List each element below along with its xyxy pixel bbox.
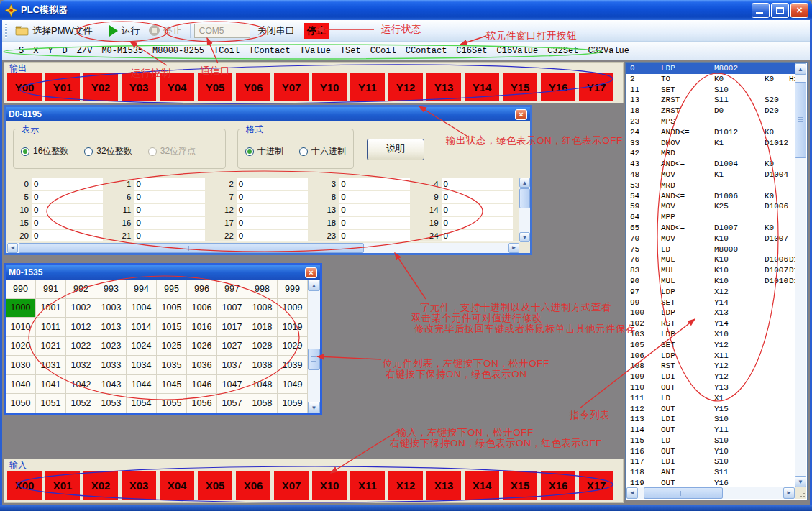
instruction-row[interactable]: 70MOVK10D1007 <box>626 234 795 244</box>
instruction-row[interactable]: 11SETS10 <box>626 85 795 96</box>
instruction-row[interactable]: 2TOK0K0H1 <box>626 74 795 85</box>
d-cell-value[interactable]: 0 <box>339 204 410 216</box>
instruction-row[interactable]: 33DMOVK1D1012 <box>626 138 795 149</box>
m-cell-1026[interactable]: 1026 <box>187 337 217 356</box>
m-cell-1047[interactable]: 1047 <box>217 375 247 395</box>
m-cell-1004[interactable]: 1004 <box>127 299 157 318</box>
m-cell-1024[interactable]: 1024 <box>127 337 157 356</box>
m-cell-1013[interactable]: 1013 <box>96 318 127 337</box>
device-button-X[interactable]: X <box>33 46 38 56</box>
d-cell-value[interactable]: 0 <box>237 217 308 229</box>
output-lamp-Y16[interactable]: Y16 <box>541 73 575 101</box>
device-button-CContact[interactable]: CContact <box>406 46 447 56</box>
m-cell-1052[interactable]: 1052 <box>66 394 96 413</box>
m-cell-1054[interactable]: 1054 <box>127 394 157 413</box>
d-cell-value[interactable]: 0 <box>339 230 410 241</box>
m-cell-1049[interactable]: 1049 <box>278 375 308 395</box>
d-cell-14[interactable]: 140 <box>417 203 519 216</box>
scrollbar-thumb[interactable] <box>644 487 723 499</box>
input-lamp-X03[interactable]: X03 <box>122 471 156 500</box>
m-cell-1015[interactable]: 1015 <box>157 318 187 337</box>
device-button-C32Set[interactable]: C32Set <box>547 46 578 56</box>
instruction-hscrollbar[interactable]: ◄ ► <box>626 487 795 499</box>
d-window-close-button[interactable]: × <box>515 109 527 120</box>
output-lamp-Y15[interactable]: Y15 <box>503 73 537 101</box>
m-cell-1022[interactable]: 1022 <box>66 337 96 356</box>
instruction-row[interactable]: 111LDX1 <box>626 393 795 404</box>
m-cell-1034[interactable]: 1034 <box>127 356 157 375</box>
m-cell-1002[interactable]: 1002 <box>66 299 96 318</box>
instruction-row[interactable]: 23MPS <box>626 116 795 127</box>
m-cell-1032[interactable]: 1032 <box>66 356 96 375</box>
d-cell-value[interactable]: 0 <box>339 191 410 203</box>
scrollbar-thumb[interactable] <box>519 188 530 208</box>
scrollbar-thumb[interactable] <box>308 349 320 370</box>
m-cell-1017[interactable]: 1017 <box>217 318 247 337</box>
input-lamp-X11[interactable]: X11 <box>350 471 385 500</box>
scroll-up-icon[interactable]: ▲ <box>795 63 806 75</box>
scroll-down-icon[interactable]: ▼ <box>308 402 320 413</box>
instruction-row[interactable]: 106LDPX11 <box>626 351 795 362</box>
toolbar-grip[interactable] <box>5 24 7 38</box>
instruction-row[interactable]: 103LDPX10 <box>626 329 795 340</box>
d-cell-11[interactable]: 110 <box>109 203 211 216</box>
instruction-row[interactable]: 110OUTY13 <box>626 382 795 393</box>
device-button-M8000-8255[interactable]: M8000-8255 <box>152 46 204 56</box>
close-button[interactable]: × <box>790 3 808 18</box>
m-cell-1051[interactable]: 1051 <box>36 394 66 413</box>
d-cell-1[interactable]: 10 <box>109 178 211 190</box>
d-cell-2[interactable]: 20 <box>212 178 314 190</box>
device-button-D[interactable]: D <box>63 46 68 56</box>
scrollbar-thumb[interactable] <box>19 243 364 253</box>
input-lamp-X12[interactable]: X12 <box>388 471 423 500</box>
instruction-row[interactable]: 118ANIS11 <box>626 467 795 478</box>
input-lamp-X07[interactable]: X07 <box>274 471 309 500</box>
m-cell-1048[interactable]: 1048 <box>247 375 278 395</box>
m-cell-1042[interactable]: 1042 <box>66 375 96 395</box>
device-button-C16Value[interactable]: C16Value <box>497 46 539 56</box>
help-button[interactable]: 说明 <box>367 139 424 160</box>
m-cell-1031[interactable]: 1031 <box>36 356 66 375</box>
d-cell-6[interactable]: 60 <box>109 190 211 203</box>
m-window-titlebar[interactable]: M0-1535 × <box>6 265 320 280</box>
m-cell-1011[interactable]: 1011 <box>36 318 66 337</box>
d-cell-value[interactable]: 0 <box>32 204 103 216</box>
m-cell-1014[interactable]: 1014 <box>127 318 157 337</box>
minimize-button[interactable] <box>752 3 770 18</box>
m-cell-1000[interactable]: 1000 <box>6 299 36 318</box>
instruction-row[interactable]: 97LDPX12 <box>626 287 795 298</box>
device-button-C16Set[interactable]: C16Set <box>456 46 487 56</box>
resize-grip[interactable] <box>795 487 806 499</box>
m-cell-1039[interactable]: 1039 <box>278 356 308 375</box>
m-cell-1045[interactable]: 1045 <box>157 375 187 395</box>
m-cell-1058[interactable]: 1058 <box>247 394 278 413</box>
d-cell-5[interactable]: 50 <box>7 190 109 203</box>
instruction-row[interactable]: 105SETY12 <box>626 340 795 351</box>
instruction-row[interactable]: 99SETY14 <box>626 298 795 308</box>
d-cell-value[interactable]: 0 <box>442 230 513 241</box>
d-cell-value[interactable]: 0 <box>339 178 410 190</box>
instruction-row[interactable]: 116OUTY10 <box>626 446 795 457</box>
d-cell-value[interactable]: 0 <box>237 204 308 216</box>
device-button-TCoil[interactable]: TCoil <box>214 46 240 56</box>
instruction-row[interactable]: 115LDS10 <box>626 436 795 446</box>
instruction-row[interactable]: 18ZRSTD0D20 <box>626 106 795 116</box>
d-cell-value[interactable]: 0 <box>32 217 103 229</box>
m-cell-996[interactable]: 996 <box>187 280 217 299</box>
input-lamp-X16[interactable]: X16 <box>541 471 575 500</box>
m-cell-1035[interactable]: 1035 <box>157 356 187 375</box>
m-cell-993[interactable]: 993 <box>96 280 127 299</box>
instruction-row[interactable]: 102RSTY14 <box>626 318 795 329</box>
d-cell-value[interactable]: 0 <box>134 217 205 229</box>
output-lamp-Y12[interactable]: Y12 <box>388 73 423 101</box>
d-cell-value[interactable]: 0 <box>134 204 205 216</box>
instruction-row[interactable]: 53MRD <box>626 180 795 191</box>
m-cell-1018[interactable]: 1018 <box>247 318 278 337</box>
m-cell-1043[interactable]: 1043 <box>96 375 127 395</box>
device-button-S[interactable]: S <box>19 46 24 56</box>
m-cell-1012[interactable]: 1012 <box>66 318 96 337</box>
d-cell-8[interactable]: 80 <box>314 190 416 203</box>
m-cell-1046[interactable]: 1046 <box>187 375 217 395</box>
instruction-row[interactable]: 59MOVK25D1006 <box>626 201 795 212</box>
d-cell-16[interactable]: 160 <box>109 216 211 229</box>
